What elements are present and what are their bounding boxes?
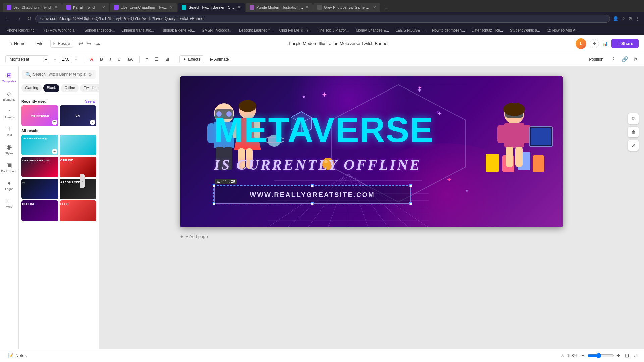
bookmark-8[interactable]: Qing Fei De Yi - Y... xyxy=(277,27,314,33)
sidebar-item-logos[interactable]: ♦ Logos xyxy=(1,177,17,193)
forward-button[interactable]: → xyxy=(15,14,23,23)
italic-button[interactable]: I xyxy=(108,55,113,63)
sidebar-item-more[interactable]: ··· More xyxy=(1,195,17,211)
expand-bottom-icon[interactable]: ∧ xyxy=(561,353,564,358)
cat-black[interactable]: Black xyxy=(43,84,60,92)
bookmark-9[interactable]: The Top 3 Platfor... xyxy=(315,27,352,33)
resize-button[interactable]: ⇱ Resize xyxy=(50,40,73,48)
tab-2[interactable]: Kanal - Twitch ✕ xyxy=(62,3,109,12)
metaverse-title[interactable]: METAVERSE xyxy=(214,110,434,150)
sidebar-item-uploads[interactable]: ↑ Uploads xyxy=(1,105,17,122)
bookmark-2[interactable]: (1) How Working a... xyxy=(42,27,80,33)
sidebar-item-elements[interactable]: ◇ Elements xyxy=(1,87,17,104)
filter-icon[interactable]: ⚙ xyxy=(88,72,92,77)
bookmark-4[interactable]: Chinese translatio... xyxy=(119,27,157,33)
expand-canvas-button[interactable]: ⤢ xyxy=(628,140,639,151)
align-left-button[interactable]: ≡ xyxy=(144,55,150,63)
bookmark-12[interactable]: How to get more v... xyxy=(429,27,468,33)
bookmark-3[interactable]: Sonderangebote... xyxy=(82,27,118,33)
delete-canvas-button[interactable]: 🗑 xyxy=(628,127,639,137)
search-input[interactable] xyxy=(33,72,86,77)
url-container[interactable]: WWW.REALLYGREATSITE.COM w: 444 h: 28 xyxy=(214,186,411,204)
template-item-10[interactable]: ELLIK xyxy=(60,200,97,221)
menu-icon[interactable]: ⋮ xyxy=(635,16,640,21)
tab-1-close[interactable]: ✕ xyxy=(54,5,58,10)
copy-button[interactable]: ⧉ xyxy=(632,55,639,64)
text-color-button[interactable]: A xyxy=(88,55,95,63)
cat-twitch[interactable]: Twitch bann... xyxy=(80,84,99,92)
zoom-slider[interactable] xyxy=(587,353,614,358)
tab-3[interactable]: Über LeonChaudhuri - Twitch ✕ xyxy=(110,3,177,12)
copy-canvas-button[interactable]: ⧉ xyxy=(628,113,639,124)
zoom-in-button[interactable]: + xyxy=(616,352,621,359)
tab-4[interactable]: Search Twitch Banner - Canva ✕ xyxy=(178,3,245,12)
font-family-selector[interactable]: Montserrat xyxy=(5,55,49,63)
fullscreen-button[interactable]: ⤢ xyxy=(633,352,639,359)
sidebar-item-templates[interactable]: ⊞ Templates xyxy=(1,69,17,86)
bookmark-7[interactable]: Lessons Learned f... xyxy=(236,27,275,33)
bookmark-10[interactable]: Money Changes E... xyxy=(353,27,392,33)
underline-button[interactable]: U xyxy=(116,55,123,63)
tab-4-close[interactable]: ✕ xyxy=(237,5,241,10)
template-item-8[interactable]: AARON LOEB xyxy=(60,179,97,199)
list-style-button[interactable]: ⊞ xyxy=(163,55,171,63)
notes-button[interactable]: 📝 Notes xyxy=(5,352,30,359)
template-item-2[interactable]: GA › xyxy=(60,105,97,126)
link-button[interactable]: 🔗 xyxy=(620,55,630,64)
bookmark-5[interactable]: Tutorial: Eigene Fa... xyxy=(158,27,198,33)
bookmark-6[interactable]: GMSN - Vologda... xyxy=(199,27,235,33)
bookmark-14[interactable]: Student Wants a... xyxy=(507,27,543,33)
add-collaborator-button[interactable]: + xyxy=(590,39,599,48)
zoom-out-button[interactable]: − xyxy=(581,352,585,359)
decrease-font-button[interactable]: − xyxy=(52,55,58,63)
fit-page-button[interactable]: ⊡ xyxy=(624,352,630,359)
sidebar-item-text[interactable]: T Text xyxy=(1,123,17,139)
home-button[interactable]: ⌂ Home xyxy=(5,39,30,48)
add-page-button[interactable]: + + Add page xyxy=(180,234,563,239)
tab-3-close[interactable]: ✕ xyxy=(170,5,173,10)
redo-button[interactable]: ↪ xyxy=(86,39,93,48)
bold-button[interactable]: B xyxy=(98,55,105,63)
template-item-6[interactable]: OFFLINE xyxy=(60,157,97,177)
position-button[interactable]: Position xyxy=(586,56,607,63)
offline-subtitle[interactable]: IS CURRENTLY OFFLINE xyxy=(214,156,421,173)
tab-2-close[interactable]: ✕ xyxy=(102,5,105,10)
effects-button[interactable]: ✦ Effects xyxy=(179,55,204,63)
chart-icon[interactable]: 📊 xyxy=(602,41,608,46)
uppercase-button[interactable]: aA xyxy=(125,55,135,63)
bookmark-star-icon[interactable]: ☆ xyxy=(621,16,626,21)
animate-button[interactable]: ▶ Animate xyxy=(207,56,232,63)
bookmark-1[interactable]: Phone Recycling... xyxy=(4,27,40,33)
canvas-area[interactable]: ⧉ 🗑 ⤢ ✦ ✦ ✦ + ✦ + ✦ xyxy=(99,66,644,349)
template-item-7[interactable]: 🎮 xyxy=(21,179,58,199)
file-button[interactable]: File xyxy=(34,40,46,47)
tab-1[interactable]: LeonChaudhuri - Twitch ✕ xyxy=(3,3,62,12)
list-button[interactable]: ☰ xyxy=(153,55,161,63)
template-item-9[interactable]: OFFLINE xyxy=(21,200,58,221)
template-item-1[interactable]: METAVERSE W xyxy=(21,105,58,126)
extensions-icon[interactable]: ⚙ xyxy=(628,16,633,21)
see-all-button[interactable]: See all xyxy=(85,99,96,103)
address-bar[interactable] xyxy=(35,15,610,23)
bookmark-11[interactable]: LEE'S HOUSE -... xyxy=(393,27,428,33)
sidebar-item-background[interactable]: ▣ Background xyxy=(1,159,17,176)
user-avatar[interactable]: L xyxy=(576,38,586,49)
template-item-3[interactable]: the stream is starting! W xyxy=(21,135,58,156)
more-options-button[interactable]: ⋮ xyxy=(609,55,618,64)
tab-5[interactable]: Purple Modern Illustration Me... ✕ xyxy=(246,3,313,12)
font-size-input[interactable] xyxy=(59,56,72,63)
share-button[interactable]: ↑ Share xyxy=(611,39,639,48)
design-canvas[interactable]: ✦ ✦ ✦ + ✦ + ✦ xyxy=(180,76,563,227)
undo-button[interactable]: ↩ xyxy=(77,39,84,48)
new-tab-button[interactable]: + xyxy=(382,5,390,12)
template-item-5[interactable]: STREAMING EVERYDAY xyxy=(21,157,58,177)
tab-5-close[interactable]: ✕ xyxy=(305,5,309,10)
refresh-button[interactable]: ↻ xyxy=(25,14,33,23)
back-button[interactable]: ← xyxy=(4,14,12,23)
cat-offline[interactable]: Offline xyxy=(61,84,79,92)
increase-font-button[interactable]: + xyxy=(73,55,80,63)
cat-gaming[interactable]: Gaming xyxy=(21,84,42,92)
tab-6-close[interactable]: ✕ xyxy=(373,5,376,10)
tab-6[interactable]: Grey Photocentric Game Nigh... ✕ xyxy=(313,3,380,12)
bookmark-15[interactable]: (2) How To Add A... xyxy=(544,27,581,33)
